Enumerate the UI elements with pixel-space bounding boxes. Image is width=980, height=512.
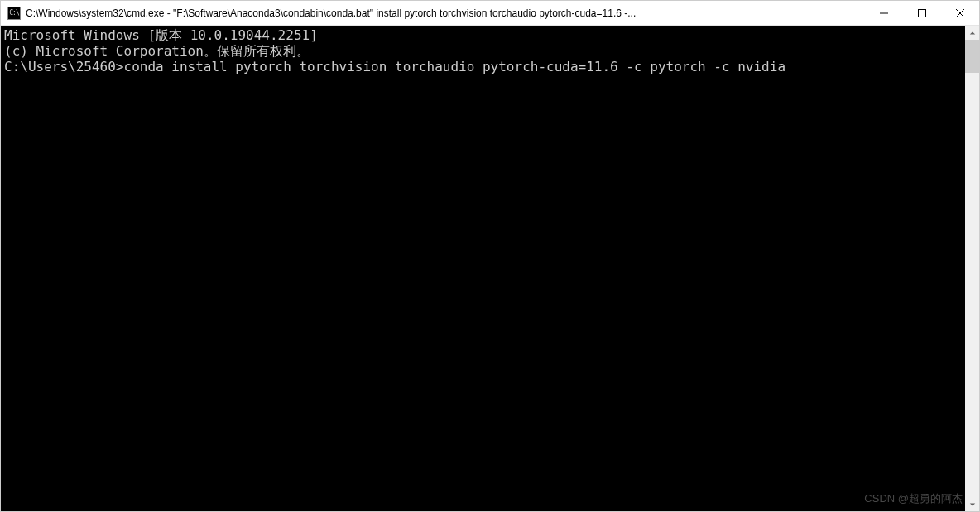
titlebar[interactable]: C:\ C:\Windows\system32\cmd.exe - "F:\So… [1,1,979,26]
window-controls [865,1,979,25]
window-title: C:\Windows\system32\cmd.exe - "F:\Softwa… [26,7,865,19]
scroll-down-button[interactable] [965,497,979,511]
vertical-scrollbar[interactable] [965,26,979,511]
chevron-down-icon [969,501,976,508]
cmd-window: C:\ C:\Windows\system32\cmd.exe - "F:\So… [0,0,980,512]
terminal-line: (c) Microsoft Corporation。保留所有权利。 [4,43,965,59]
terminal-content[interactable]: Microsoft Windows [版本 10.0.19044.2251](c… [1,26,965,511]
terminal-line: C:\Users\25460>conda install pytorch tor… [4,59,965,75]
cmd-icon: C:\ [7,7,21,20]
minimize-button[interactable] [865,1,903,25]
scroll-up-button[interactable] [965,26,979,40]
terminal-line: Microsoft Windows [版本 10.0.19044.2251] [4,27,965,43]
minimize-icon [880,9,888,17]
chevron-up-icon [969,30,976,36]
maximize-icon [918,9,926,17]
close-button[interactable] [941,1,979,25]
scroll-thumb[interactable] [965,40,979,73]
svg-rect-1 [919,9,926,17]
maximize-button[interactable] [903,1,941,25]
close-icon [956,9,964,17]
terminal-area: Microsoft Windows [版本 10.0.19044.2251](c… [1,26,979,511]
